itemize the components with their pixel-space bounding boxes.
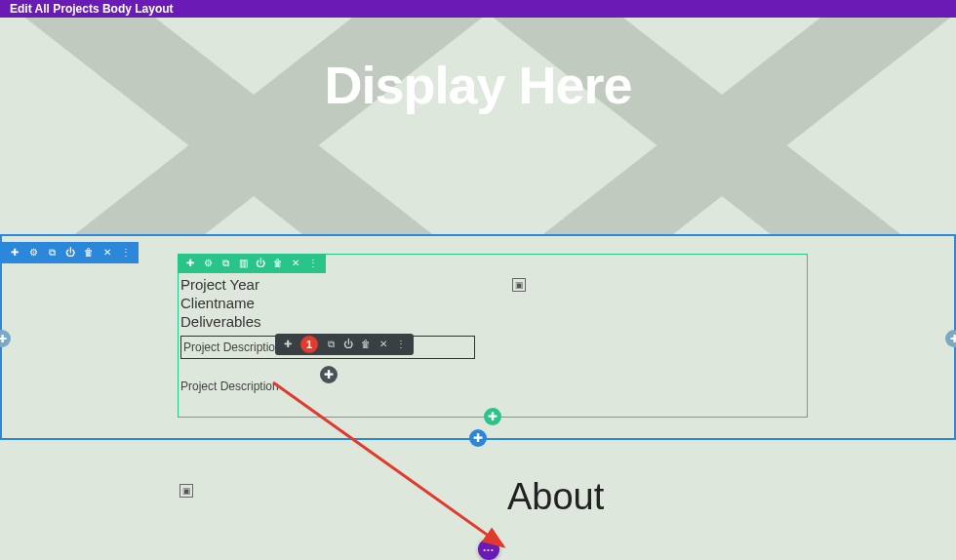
plus-icon[interactable]: ✚ — [185, 259, 195, 268]
section-add-button[interactable]: ✚ — [469, 429, 487, 447]
builder-fab-button[interactable]: ••• — [478, 539, 499, 560]
plus-icon[interactable]: ✚ — [283, 340, 293, 349]
field-deliverables: Deliverables — [180, 313, 261, 332]
editor-title: Edit All Projects Body Layout — [10, 2, 174, 16]
next-section: ▣ About ••• — [0, 449, 956, 560]
broken-image-icon: ▣ — [512, 278, 526, 292]
duplicate-icon[interactable]: ⧉ — [47, 248, 57, 258]
hero-section: Display Here — [0, 18, 956, 234]
columns-icon[interactable]: ▥ — [238, 259, 248, 268]
duplicate-icon[interactable]: ⧉ — [326, 340, 336, 349]
trash-icon[interactable]: 🗑 — [84, 248, 94, 258]
close-icon[interactable]: ✕ — [291, 259, 300, 268]
trash-icon[interactable]: 🗑 — [273, 259, 283, 268]
duplicate-icon[interactable]: ⧉ — [220, 259, 230, 268]
gear-icon[interactable]: ⚙ — [203, 259, 213, 268]
module-toolbar: ✚ 1 ⧉ ⏻ 🗑 ✕ ⋮ — [275, 334, 414, 355]
gear-icon[interactable]: ⚙ — [28, 248, 38, 258]
module-label: Project Description — [180, 380, 279, 393]
row-add-left[interactable]: ✚ — [0, 330, 11, 347]
broken-image-icon: ▣ — [179, 484, 193, 498]
project-fields: Project Year Clientname Deliverables — [180, 276, 261, 331]
power-icon[interactable]: ⏻ — [256, 259, 265, 268]
close-icon[interactable]: ✕ — [378, 340, 388, 349]
row-add-right[interactable]: ✚ — [945, 330, 956, 347]
plus-icon[interactable]: ✚ — [10, 248, 20, 258]
more-icon[interactable]: ⋮ — [121, 248, 131, 258]
trash-icon[interactable]: 🗑 — [361, 340, 371, 349]
power-icon[interactable]: ⏻ — [65, 248, 75, 258]
annotation-badge: 1 — [300, 336, 318, 353]
hero-heading: Display Here — [0, 18, 956, 115]
more-icon[interactable]: ⋮ — [396, 340, 406, 349]
close-icon[interactable]: ✕ — [102, 248, 112, 258]
row-toolbar: ✚ ⚙ ⧉ ▥ ⏻ 🗑 ✕ ⋮ — [178, 254, 326, 273]
field-project-year: Project Year — [180, 276, 261, 295]
editor-topbar: Edit All Projects Body Layout — [0, 0, 956, 18]
module-add-button[interactable]: ✚ — [320, 366, 338, 383]
module-project-description[interactable]: Project Description — [180, 380, 279, 393]
section-toolbar: ✚ ⚙ ⧉ ⏻ 🗑 ✕ ⋮ — [2, 242, 139, 263]
more-icon[interactable]: ⋮ — [308, 259, 318, 268]
row-outline[interactable]: ✚ ⚙ ⧉ ▥ ⏻ 🗑 ✕ ⋮ Project Year Clientname … — [178, 254, 808, 418]
module-label: Project Description — [183, 340, 282, 354]
field-clientname: Clientname — [180, 295, 261, 313]
about-heading: About — [507, 476, 604, 518]
section-outline[interactable]: ✚ ⚙ ⧉ ⏻ 🗑 ✕ ⋮ ✚ ✚ ✚ ✚ ⚙ ⧉ ▥ ⏻ 🗑 ✕ ⋮ Proj… — [0, 234, 956, 440]
power-icon[interactable]: ⏻ — [343, 340, 353, 349]
row-add-button[interactable]: ✚ — [484, 408, 501, 425]
